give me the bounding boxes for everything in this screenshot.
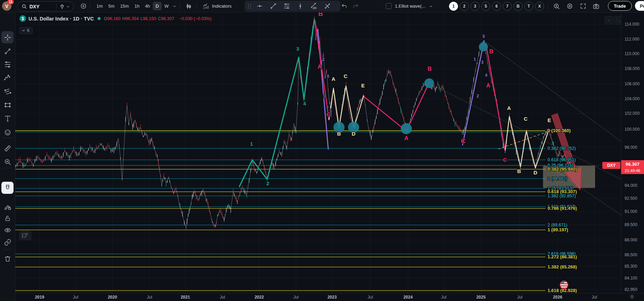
wave-select-T[interactable]: T	[524, 2, 533, 11]
chevron-down-icon[interactable]	[66, 4, 70, 9]
wave-label-E: E	[361, 83, 365, 88]
elliott-wave-checkbox[interactable]	[386, 3, 392, 9]
timeframe-1m[interactable]: 1m	[94, 2, 105, 10]
price-tick: 88.000	[625, 238, 637, 242]
symbol-search[interactable]: DXY	[17, 1, 74, 11]
draw-tool-channel[interactable]	[307, 1, 321, 11]
sidebar-tool-rectangle-icon[interactable]	[1, 99, 14, 111]
timeframe-W[interactable]: W	[162, 2, 171, 10]
time-tick: 2022	[255, 295, 264, 300]
wave-label-C: C	[344, 73, 348, 79]
chevron-down-icon[interactable]	[429, 4, 433, 9]
wave-select-B[interactable]: B	[514, 2, 523, 11]
symbol-badge: $	[19, 15, 26, 22]
draw-tool-cross[interactable]	[321, 1, 334, 11]
sidebar-tool-trash-icon[interactable]	[1, 252, 14, 265]
time-tick: Jul	[367, 295, 373, 300]
price-tick: 86.500	[625, 252, 637, 257]
sidebar-tool-link-icon[interactable]	[1, 236, 14, 248]
price-tick: 91.000	[625, 209, 637, 214]
draw-tool-hline[interactable]	[253, 1, 266, 11]
wave-select-3[interactable]: 3	[471, 2, 480, 11]
gem-icon[interactable]	[59, 4, 65, 9]
price-tick: 92.500	[625, 196, 637, 201]
svg-text:1 (94.882): 1 (94.882)	[548, 176, 567, 181]
drawing-sidebar	[0, 12, 15, 301]
settings-icon[interactable]	[564, 1, 575, 11]
axis-settings-icon[interactable]	[629, 294, 635, 299]
user-avatar[interactable]: V11	[2, 1, 11, 11]
divider	[3, 249, 12, 250]
quick-search-icon[interactable]	[551, 1, 562, 11]
sidebar-tool-fib-retracement-icon[interactable]	[1, 58, 14, 70]
timeframe-chevron-icon[interactable]	[172, 4, 177, 9]
sidebar-tool-draw-lock-icon[interactable]	[1, 200, 14, 213]
elliott-wave-label[interactable]: 1.Elliot wave(...	[395, 3, 425, 9]
wave-label-2: 2	[322, 57, 325, 62]
price-axis[interactable]: 114.000112.000110.000108.000106.000104.0…	[621, 12, 644, 293]
timeframe-15m[interactable]: 15m	[117, 2, 132, 10]
wave-label-A: A	[404, 135, 408, 141]
sidebar-tool-zoom-in-icon[interactable]	[1, 156, 14, 168]
draw-tool-vline[interactable]	[294, 1, 307, 11]
camera-icon[interactable]	[591, 1, 602, 11]
draw-tool-fib[interactable]	[280, 1, 294, 11]
sidebar-tool-crosshair-icon[interactable]	[1, 31, 14, 43]
svg-text:0.382 (98.252): 0.382 (98.252)	[548, 146, 576, 151]
fullscreen-icon[interactable]	[577, 1, 588, 11]
sidebar-tool-text-tool-icon[interactable]	[1, 112, 14, 124]
indicators-button[interactable]: Indicators	[201, 1, 234, 11]
add-symbol-button[interactable]	[78, 1, 89, 11]
redo-button[interactable]	[350, 1, 361, 11]
svg-text:1.382 (92.857): 1.382 (92.857)	[548, 194, 576, 198]
time-axis[interactable]: 2019Jul2020Jul2021Jul2022Jul2023Jul2024J…	[15, 293, 644, 301]
price-tick: 89.500	[625, 222, 637, 227]
floating-draw-toolbar[interactable]	[245, 1, 340, 11]
wave-select-1[interactable]: 1	[449, 2, 458, 11]
time-tick: Jul	[293, 295, 298, 300]
sidebar-tool-parallel-channel-icon[interactable]	[1, 85, 14, 97]
price-tick: 100.000	[625, 127, 639, 132]
wave-select-7[interactable]: 7	[503, 2, 512, 11]
wave-label-D: D	[534, 170, 537, 175]
symbol-price-flag: DXY	[602, 162, 620, 169]
price-tick: 85.300	[625, 264, 637, 269]
trade-button[interactable]: Trade	[608, 1, 632, 11]
price-chart[interactable]: 0.382 (98.252)0.618 (96.951)0.75 (96.221…	[0, 0, 644, 301]
sidebar-tool-lock-all-icon[interactable]	[1, 212, 14, 224]
wave-select-5[interactable]: 5	[481, 2, 490, 11]
draw-tool-trend[interactable]	[266, 1, 280, 11]
time-tick: 2025	[476, 295, 486, 300]
time-tick: Jul	[220, 295, 225, 300]
chart-style-button[interactable]	[183, 1, 194, 11]
wave-label-C: C	[524, 116, 528, 122]
pane-minimize-button[interactable]	[604, 16, 613, 25]
sidebar-tool-ruler-icon[interactable]	[1, 142, 14, 154]
sidebar-tool-trendline-icon[interactable]	[1, 45, 14, 57]
timeframe-4h[interactable]: 4h	[142, 2, 153, 10]
timeframe-D[interactable]: D	[153, 2, 161, 10]
divider	[548, 3, 548, 9]
sidebar-tool-emoji-icon[interactable]	[1, 126, 14, 138]
object-tree-pill[interactable]: 6	[19, 27, 33, 34]
price-tick: 104.000	[625, 96, 639, 101]
draw-tools	[253, 1, 334, 11]
timeframe-1h[interactable]: 1h	[132, 2, 142, 10]
tradingview-logo	[19, 230, 32, 242]
svg-text:0.618 (96.951): 0.618 (96.951)	[548, 157, 576, 162]
undo-button[interactable]	[339, 1, 350, 11]
wave-select-6[interactable]: 6	[492, 2, 501, 11]
chart-legend[interactable]: $ U.S. Dollar Index · 1D · TVC O96.160H9…	[19, 15, 211, 22]
publish-button[interactable]: Publish	[635, 1, 644, 11]
sidebar-tool-elliott-wave-icon[interactable]	[1, 72, 14, 84]
wave-select-X[interactable]: X	[535, 2, 544, 11]
timeframe-5m[interactable]: 5m	[105, 2, 117, 10]
top-toolbar: V11 DXY 1m5m15m1h4hDW Indicators 1.Ellio…	[0, 0, 644, 12]
wave-select-2[interactable]: 2	[460, 2, 469, 11]
symbol-input[interactable]: DXY	[29, 4, 56, 9]
change-value: −0.030 (−0.03%)	[179, 16, 211, 21]
wave-label-4: 4	[303, 101, 306, 106]
drag-handle-icon[interactable]	[247, 3, 252, 10]
sidebar-tool-magnet-icon[interactable]	[1, 182, 14, 194]
sidebar-tool-hide-all-icon[interactable]	[1, 224, 14, 236]
